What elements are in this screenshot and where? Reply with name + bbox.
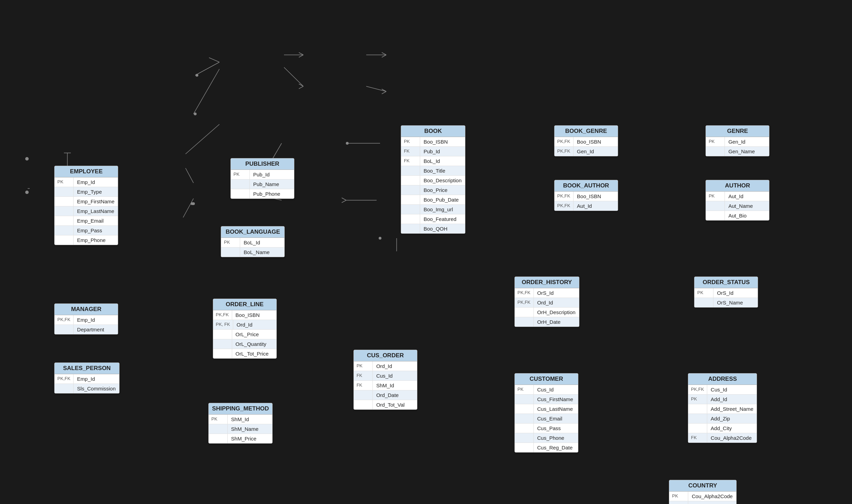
row-key: [401, 166, 420, 175]
table-row: PK,FKAut_Id: [555, 201, 618, 211]
table-row: FKShM_Id: [354, 381, 417, 390]
row-key: PK: [401, 137, 420, 146]
table-row: Emp_Email: [55, 216, 118, 226]
table-row: PK,FKEmp_Id: [55, 374, 119, 384]
table-row: OrH_Date: [515, 317, 579, 327]
table-row: Emp_LastName: [55, 206, 118, 216]
row-key: [694, 298, 713, 307]
row-field-name: Boo_Price: [420, 185, 451, 195]
row-key: PK: [706, 137, 725, 146]
svg-line-14: [382, 52, 386, 55]
entity-header-cus_order: CUS_ORDER: [354, 350, 417, 361]
table-row: Ord_Tot_Val: [354, 400, 417, 409]
row-key: [401, 224, 420, 233]
table-row: PKBoL_Id: [221, 238, 284, 248]
entity-header-manager: MANAGER: [55, 304, 118, 315]
table-row: Pub_Name: [231, 180, 294, 189]
row-field-name: Emp_Pass: [74, 226, 106, 235]
table-row: OrH_Description: [515, 308, 579, 317]
row-key: [213, 339, 232, 349]
row-field-name: Ord_Id: [373, 361, 396, 371]
row-field-name: Gen_Id: [725, 137, 749, 146]
row-key: PK: [515, 385, 534, 394]
entity-header-order_status: ORDER_STATUS: [694, 277, 758, 288]
entity-address: ADDRESSPK,FKCus_IdPKAdd_IdAdd_Street_Nam…: [688, 373, 757, 443]
row-key: [354, 390, 373, 400]
svg-line-18: [299, 86, 303, 89]
row-field-name: Cou_Alpha2Code: [688, 492, 736, 501]
row-field-name: Cus_LastName: [534, 404, 576, 414]
svg-line-5: [195, 62, 219, 75]
table-row: Cou_Name: [669, 501, 736, 504]
row-field-name: ShM_Name: [228, 424, 262, 434]
entity-manager: MANAGERPK,FKEmp_IdDepartment: [54, 303, 118, 335]
entity-header-address: ADDRESS: [688, 374, 757, 385]
table-row: PK,FKBoo_ISBN: [555, 192, 618, 201]
row-field-name: Pub_Name: [250, 180, 283, 189]
row-key: [688, 414, 707, 423]
svg-line-34: [342, 198, 346, 200]
row-field-name: Aut_Name: [725, 201, 756, 211]
row-key: PK,FK: [555, 201, 574, 211]
row-field-name: Gen_Name: [725, 147, 758, 156]
table-row: FKCus_Id: [354, 371, 417, 381]
row-field-name: ShM_Id: [373, 381, 398, 390]
entity-header-book_author: BOOK_AUTHOR: [555, 180, 618, 192]
table-row: Emp_Phone: [55, 235, 118, 245]
row-key: FK: [401, 156, 420, 166]
table-row: Cus_Phone: [515, 433, 578, 443]
row-key: PK: [694, 288, 713, 298]
row-field-name: Ord_Id: [534, 298, 557, 307]
entity-order_line: ORDER_LINEPK,FKBoo_ISBNPK, FKOrd_IdOrL_P…: [213, 299, 277, 359]
row-key: [401, 185, 420, 195]
row-field-name: Emp_FirstName: [74, 197, 118, 206]
row-key: PK: [706, 192, 725, 201]
table-row: Pub_Phone: [231, 189, 294, 198]
svg-line-20: [382, 89, 386, 91]
row-key: [401, 205, 420, 214]
row-key: PK,FK: [213, 310, 232, 320]
entity-header-customer: CUSTOMER: [515, 374, 578, 385]
table-row: BoL_Name: [221, 248, 284, 257]
row-field-name: ShM_Price: [228, 434, 260, 443]
row-key: [515, 404, 534, 414]
table-row: PKOrd_Id: [354, 361, 417, 371]
row-field-name: OrL_Quantity: [232, 339, 270, 349]
row-field-name: OrS_Name: [713, 298, 746, 307]
row-field-name: Cus_Phone: [534, 433, 568, 443]
table-row: Boo_Description: [401, 176, 465, 185]
row-key: PK: [221, 238, 240, 247]
table-row: PK, FKOrd_Id: [213, 320, 276, 330]
row-key: [515, 424, 534, 433]
row-field-name: Emp_Email: [74, 216, 107, 225]
row-key: [209, 434, 228, 443]
row-key: PK,FK: [688, 385, 707, 394]
table-row: PKCus_Id: [515, 385, 578, 395]
table-row: Cus_LastName: [515, 404, 578, 414]
row-key: [515, 443, 534, 452]
table-row: Gen_Name: [706, 147, 769, 156]
row-key: [354, 400, 373, 409]
row-field-name: Cou_Alpha2Code: [707, 433, 755, 443]
row-key: [55, 226, 74, 235]
row-field-name: Aut_Id: [574, 201, 595, 211]
row-key: [688, 404, 707, 414]
entity-shipping_method: SHIPPING_METHODPKShM_IdShM_NameShM_Price: [208, 403, 273, 444]
table-row: PKGen_Id: [706, 137, 769, 147]
table-row: Boo_QOH: [401, 224, 465, 233]
svg-line-11: [299, 52, 303, 55]
table-row: Ord_Date: [354, 390, 417, 400]
row-field-name: Boo_Img_url: [420, 205, 456, 214]
row-field-name: OrH_Date: [534, 317, 564, 327]
row-field-name: Add_Zip: [707, 414, 733, 423]
table-row: PK,FKGen_Id: [555, 147, 618, 156]
row-key: PK: [231, 170, 250, 179]
entity-country: COUNTRYPKCou_Alpha2CodeCou_Name: [669, 480, 736, 504]
row-field-name: Gen_Id: [574, 147, 597, 156]
row-field-name: BoL_Id: [240, 238, 264, 247]
table-row: Cus_Reg_Date: [515, 443, 578, 452]
row-field-name: BoL_Name: [240, 248, 273, 257]
row-key: [221, 248, 240, 257]
table-row: Cus_FirstName: [515, 395, 578, 404]
table-row: Cus_Email: [515, 414, 578, 424]
